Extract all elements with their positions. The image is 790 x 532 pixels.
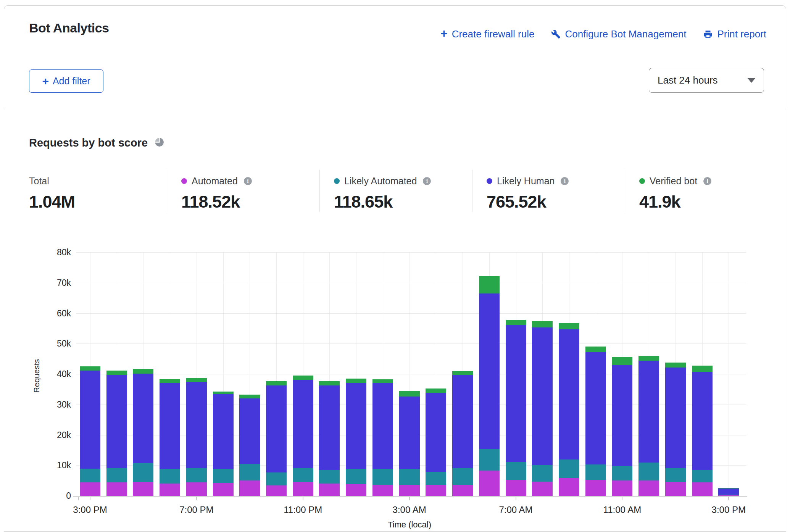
bar-segment-likely-automated[interactable] [612,466,632,480]
bar-segment-likely-automated[interactable] [479,449,500,471]
bar-segment-verified-bot[interactable] [426,389,446,393]
bar-segment-verified-bot[interactable] [692,366,713,372]
bar-segment-likely-human[interactable] [399,397,420,469]
bar-12-00-am[interactable] [319,381,340,496]
bar-segment-automated[interactable] [585,480,606,496]
bar-segment-automated[interactable] [319,484,340,496]
bar-segment-verified-bot[interactable] [213,392,234,394]
bar-segment-likely-human[interactable] [239,398,260,464]
bar-10-00-am[interactable] [585,347,606,496]
bar-segment-automated[interactable] [213,483,234,496]
bar-segment-likely-human[interactable] [266,385,287,472]
bar-8-00-am[interactable] [532,321,553,496]
bar-segment-automated[interactable] [532,482,553,496]
bar-2-00-am[interactable] [372,379,393,496]
bar-segment-verified-bot[interactable] [665,363,686,368]
bar-segment-likely-human[interactable] [106,375,127,469]
bar-2-00-pm[interactable] [692,366,713,496]
bar-segment-likely-automated[interactable] [399,469,420,485]
bar-segment-verified-bot[interactable] [585,347,606,352]
bar-segment-likely-automated[interactable] [532,465,553,482]
bar-segment-likely-automated[interactable] [692,470,713,482]
bar-segment-likely-automated[interactable] [266,472,287,485]
bar-segment-automated[interactable] [239,480,260,496]
bar-segment-automated[interactable] [612,480,632,496]
bar-segment-likely-automated[interactable] [293,468,313,482]
bar-segment-likely-automated[interactable] [665,468,686,482]
bar-segment-likely-human[interactable] [372,383,393,469]
bar-6-00-pm[interactable] [160,379,180,496]
bar-11-00-pm[interactable] [293,376,313,496]
bar-4-00-am[interactable] [426,389,446,496]
bar-12-00-pm[interactable] [638,356,659,496]
bar-segment-likely-human[interactable] [692,372,713,470]
bar-segment-likely-human[interactable] [80,371,100,469]
bar-segment-likely-human[interactable] [585,352,606,464]
bar-segment-automated[interactable] [479,471,500,496]
bar-7-00-am[interactable] [506,320,526,496]
bar-segment-likely-automated[interactable] [319,470,340,484]
bar-segment-automated[interactable] [106,482,127,496]
bar-segment-likely-automated[interactable] [133,463,153,482]
bar-segment-automated[interactable] [293,482,313,496]
bar-5-00-pm[interactable] [133,369,153,496]
bar-segment-likely-automated[interactable] [452,468,473,485]
bar-3-00-am[interactable] [399,391,420,496]
bar-segment-verified-bot[interactable] [612,357,632,365]
bar-segment-likely-human[interactable] [479,293,500,449]
info-icon[interactable]: i [244,177,252,185]
bar-segment-automated[interactable] [665,482,686,496]
bar-segment-verified-bot[interactable] [452,371,473,375]
bar-segment-verified-bot[interactable] [638,356,659,361]
bar-1-00-pm[interactable] [665,363,686,496]
action-create-firewall-rule[interactable]: +Create firewall rule [440,28,534,40]
bar-segment-likely-automated[interactable] [160,469,180,484]
bar-3-00-pm[interactable] [80,366,100,496]
bar-segment-verified-bot[interactable] [186,378,207,382]
bar-segment-automated[interactable] [426,485,446,496]
bar-segment-likely-human[interactable] [133,374,153,463]
bar-segment-automated[interactable] [133,482,153,496]
bar-4-00-pm[interactable] [106,371,127,496]
bar-segment-likely-human[interactable] [160,383,180,469]
bar-segment-verified-bot[interactable] [479,276,500,293]
bar-segment-automated[interactable] [346,484,366,496]
bar-segment-likely-human[interactable] [426,393,446,472]
bar-segment-verified-bot[interactable] [372,379,393,383]
bar-9-00-am[interactable] [559,323,579,496]
bar-segment-automated[interactable] [399,485,420,497]
bar-segment-verified-bot[interactable] [293,376,313,379]
bar-segment-likely-human[interactable] [559,329,579,459]
bar-segment-likely-automated[interactable] [346,469,366,484]
info-icon[interactable]: i [703,177,711,185]
bar-segment-likely-human[interactable] [452,375,473,468]
bar-segment-likely-human[interactable] [718,488,739,494]
bar-segment-likely-human[interactable] [612,365,632,466]
bar-segment-verified-bot[interactable] [506,320,526,325]
bar-segment-likely-human[interactable] [213,394,234,469]
bar-9-00-pm[interactable] [239,395,260,496]
bar-5-00-am[interactable] [452,371,473,496]
bar-segment-likely-automated[interactable] [506,462,526,479]
bar-8-00-pm[interactable] [213,392,234,496]
bar-3-00-pm[interactable] [718,488,739,496]
bar-10-00-pm[interactable] [266,381,287,496]
bar-segment-likely-automated[interactable] [559,459,579,478]
bar-segment-verified-bot[interactable] [532,321,553,327]
bar-segment-likely-automated[interactable] [186,468,207,482]
bar-segment-likely-human[interactable] [293,380,313,468]
info-icon[interactable]: i [561,177,569,185]
bar-segment-verified-bot[interactable] [346,379,366,383]
bar-segment-automated[interactable] [266,485,287,496]
bar-segment-verified-bot[interactable] [319,381,340,385]
bar-segment-verified-bot[interactable] [239,395,260,398]
info-icon[interactable]: i [423,177,431,185]
bar-segment-automated[interactable] [452,485,473,497]
bar-segment-likely-human[interactable] [319,385,340,470]
bar-segment-automated[interactable] [638,480,659,496]
action-print-report[interactable]: Print report [703,28,766,40]
bar-segment-likely-automated[interactable] [80,469,100,482]
bar-segment-likely-human[interactable] [346,383,366,469]
bar-segment-automated[interactable] [80,482,100,496]
bar-segment-likely-automated[interactable] [372,469,393,485]
